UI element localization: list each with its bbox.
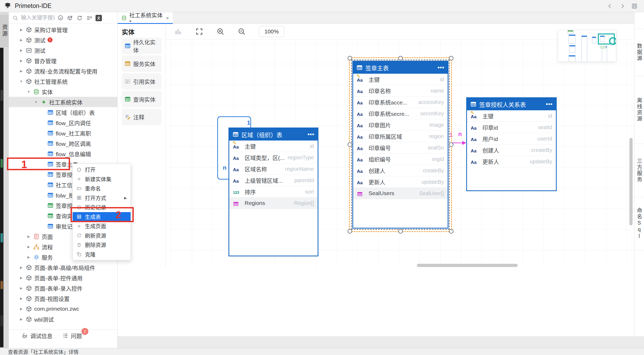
new-module-icon[interactable] xyxy=(67,15,73,21)
search-input[interactable] xyxy=(21,15,55,21)
horizontal-scrollbar[interactable] xyxy=(417,264,518,267)
entity-header[interactable]: 区域（组织）表••• xyxy=(229,128,318,141)
tree-item[interactable]: ▶测试 xyxy=(9,45,117,55)
chevron-down-icon[interactable]: ▼ xyxy=(26,90,31,94)
right-tab-3[interactable]: 三方服务 xyxy=(634,144,644,197)
entity-menu-icon[interactable]: ••• xyxy=(546,103,553,106)
chevron-down-icon[interactable]: ▼ xyxy=(34,100,38,104)
entity-field-row[interactable]: Aa主键id xyxy=(353,74,448,85)
zoom-level-select[interactable]: 100% xyxy=(259,26,284,37)
menu-item[interactable]: 生成页面 xyxy=(73,221,131,231)
fit-screen-icon[interactable] xyxy=(195,28,203,36)
entity-field-row[interactable]: Aa创建人createBy xyxy=(353,165,448,176)
menu-item[interactable]: 历史记录 xyxy=(73,203,131,212)
save-icon[interactable] xyxy=(631,3,638,9)
tree-item[interactable]: ▼实体 xyxy=(9,86,117,97)
right-tab-2[interactable]: 离线资源 xyxy=(634,76,644,144)
tree-item[interactable]: ▶流程-业务流程配置与使用 xyxy=(9,66,117,76)
entity-field-row[interactable]: Aa区域名称regionName xyxy=(229,163,318,175)
palette-item[interactable]: 引用实体 xyxy=(122,73,162,90)
entity-field-row[interactable]: Aa印章系统acce...accessKey xyxy=(353,97,448,108)
minimap[interactable] xyxy=(558,30,616,62)
tree-item[interactable]: ▶测试! xyxy=(9,35,117,45)
vertical-scrollbar[interactable] xyxy=(629,138,633,225)
entity-field-row[interactable]: 123排序sort xyxy=(229,186,318,198)
menu-item[interactable]: 新建实体集 xyxy=(73,174,131,184)
menu-item[interactable]: 打开 xyxy=(73,165,131,174)
palette-item[interactable]: 注释 xyxy=(122,109,162,125)
entity-menu-icon[interactable]: ••• xyxy=(438,67,444,69)
entity-field-row[interactable]: Aa印章图片image xyxy=(353,119,448,131)
refresh-icon[interactable] xyxy=(76,15,83,21)
entity-header[interactable]: 签章授权人关系表••• xyxy=(467,98,556,110)
entity-field-row[interactable]: Aa用户iduserId xyxy=(467,133,556,144)
chevron-right-icon[interactable]: ▶ xyxy=(19,69,24,73)
tree-item[interactable]: ▶采购订单管理 xyxy=(9,24,117,35)
menu-item[interactable]: 删除资源 xyxy=(73,240,131,250)
chevron-right-icon[interactable]: ▶ xyxy=(19,59,24,63)
tree-item[interactable]: ▶页面-视图设置 xyxy=(9,293,117,304)
entity-field-row[interactable]: Aa区域类型，区(...regionType xyxy=(229,152,318,163)
tree-item[interactable]: ▼社工系统实体 xyxy=(9,97,117,107)
right-tab-4[interactable]: 命名Sql xyxy=(634,197,644,250)
menu-item[interactable]: 重命名 xyxy=(73,184,131,193)
translate-icon[interactable]: 文 xyxy=(96,15,102,21)
editor-tab-active[interactable]: 社工系统实体* × xyxy=(118,12,173,24)
chevron-right-icon[interactable]: ▶ xyxy=(19,317,24,321)
tree-item[interactable]: ▶督办管理 xyxy=(9,55,117,66)
menu-item[interactable]: 克隆 xyxy=(73,250,131,259)
palette-item[interactable]: 查询实体 xyxy=(122,91,162,107)
tab-debug-info[interactable]: 调试信息 xyxy=(21,332,53,340)
entity-field-row[interactable]: Aa印章idsealId xyxy=(467,122,556,133)
menu-item[interactable]: 生成表 xyxy=(73,212,131,222)
tree-item[interactable]: flow_跨区调离 xyxy=(9,138,117,148)
tree-item[interactable]: 区域（组织）表 xyxy=(9,107,117,117)
right-tab-1[interactable]: 数据源 xyxy=(634,29,644,76)
entity-field-row[interactable]: Aa更新人updateBy xyxy=(353,176,448,188)
entity-field-row[interactable]: Aa组织编号orgId xyxy=(353,154,448,165)
entity-field-row[interactable]: Aa上级管辖区域...parentId xyxy=(229,175,318,186)
entity-field-row[interactable]: Aa创建人createBy xyxy=(467,144,556,156)
resize-handle[interactable] xyxy=(348,229,352,234)
sort-icon[interactable] xyxy=(86,15,92,21)
resize-handle[interactable] xyxy=(449,142,453,147)
forward-icon[interactable] xyxy=(619,3,625,9)
menu-item[interactable]: 打开方式▶ xyxy=(73,193,131,203)
ai-icon[interactable]: AI xyxy=(57,15,64,21)
tree-item[interactable]: flow_区内调任 xyxy=(9,117,117,128)
tree-item[interactable]: ▼社工管理系统 xyxy=(9,76,117,86)
entity-region-table[interactable]: 区域（组织）表•••Aa主键idAa区域类型，区(...regionTypeAa… xyxy=(228,128,318,256)
entity-field-row[interactable]: Aa主键id xyxy=(467,110,556,122)
resize-handle[interactable] xyxy=(449,229,453,234)
chevron-right-icon[interactable]: ▶ xyxy=(19,38,24,42)
chevron-right-icon[interactable]: ▶ xyxy=(26,235,31,238)
entity-field-row[interactable]: SealUsersSealUser[] xyxy=(353,188,448,199)
chevron-right-icon[interactable]: ▶ xyxy=(19,297,24,300)
resize-handle[interactable] xyxy=(449,56,453,60)
resize-handle[interactable] xyxy=(348,142,352,147)
tree-item[interactable]: ▶页面-表单-高级/布局组件 xyxy=(9,262,117,273)
close-tab-icon[interactable]: × xyxy=(166,15,169,21)
tree-item[interactable]: ▶页面-表单-控件通用 xyxy=(9,273,117,283)
chevron-right-icon[interactable]: ▶ xyxy=(26,245,31,249)
entity-field-row[interactable]: Aa主键id xyxy=(229,141,318,152)
sidebar-tab-resources[interactable]: 资源 xyxy=(0,15,9,47)
entity-field-row[interactable]: Aa印章编号sealSn xyxy=(353,142,448,154)
chevron-right-icon[interactable]: ▶ xyxy=(19,49,24,52)
tree-item[interactable]: flow_信息编辑 xyxy=(9,148,117,159)
entity-field-row[interactable]: Aa印章系统secre...secretKey xyxy=(353,108,448,119)
entity-field-row[interactable]: Aa更新人updateBy xyxy=(467,156,556,167)
entity-header[interactable]: 签章主表••• xyxy=(353,62,448,74)
entity-menu-icon[interactable]: ••• xyxy=(308,133,314,136)
entity-seal-auth-relation[interactable]: 签章授权人关系表•••Aa主键idAa印章idsealIdAa用户iduserI… xyxy=(466,97,557,191)
barchart-icon[interactable] xyxy=(174,28,182,36)
chevron-right-icon[interactable]: ▶ xyxy=(19,307,24,311)
back-icon[interactable] xyxy=(607,3,613,9)
resize-handle[interactable] xyxy=(398,229,403,234)
zoom-in-icon[interactable] xyxy=(217,28,224,36)
entity-field-row[interactable]: Aa印章所属区域region xyxy=(353,131,448,142)
palette-item[interactable]: 持久化实体 xyxy=(122,38,162,54)
chevron-right-icon[interactable]: ▶ xyxy=(19,28,24,32)
chevron-right-icon[interactable]: ▶ xyxy=(26,255,31,259)
menu-item[interactable]: 刷新资源 xyxy=(73,231,131,240)
